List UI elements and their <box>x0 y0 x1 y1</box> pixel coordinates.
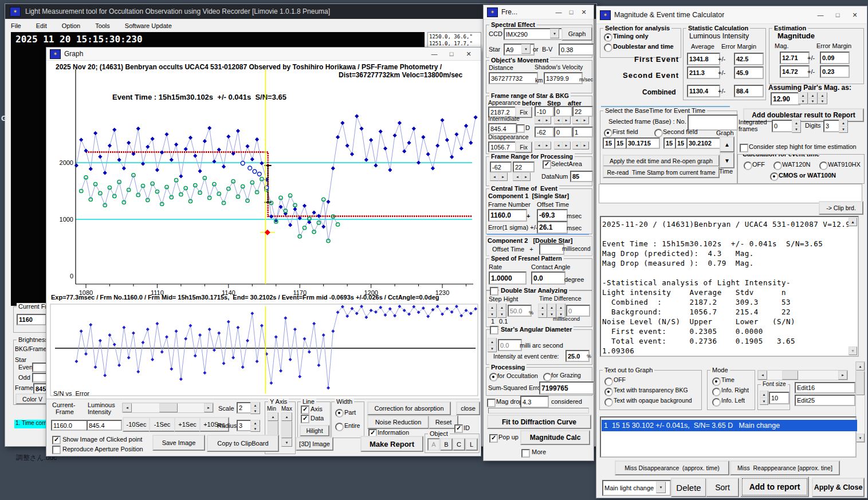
offset-time-field[interactable]: -69.3 <box>537 209 568 222</box>
range-to-field[interactable]: 22 <box>513 162 535 172</box>
color-value-button[interactable]: Color V <box>15 393 49 404</box>
off-radio[interactable] <box>744 162 752 170</box>
timing-only-radio[interactable] <box>604 33 612 42</box>
ymax-track[interactable] <box>281 421 292 438</box>
miss-reappearance-button[interactable]: Miss Reapppearance [approx. tine] <box>730 460 840 475</box>
ymax-down-icon[interactable]: ▼ <box>281 438 292 447</box>
save-image-button[interactable]: Save Image <box>152 435 205 451</box>
range-from-field[interactable]: -62 <box>490 162 512 172</box>
graph-close-icon[interactable]: ✕ <box>460 49 477 60</box>
part-radio[interactable] <box>335 409 344 418</box>
time-up-button[interactable]: ▲ <box>720 136 735 152</box>
textout-trans-radio[interactable] <box>604 388 613 396</box>
scrollbar-thumb[interactable] <box>159 403 178 412</box>
td-down1-icon[interactable]: ▼ <box>538 310 547 318</box>
plus-1sec-button[interactable]: +1Sec <box>174 417 201 432</box>
fresnel-maximize-icon[interactable]: □ <box>565 7 578 18</box>
spectral-graph-button[interactable]: Graph <box>561 27 592 41</box>
second-field-radio[interactable] <box>654 129 663 137</box>
frame-scrollbar[interactable]: ◄ ► <box>122 403 214 413</box>
delete-button[interactable]: Delete <box>671 478 706 497</box>
t2-sec-field[interactable]: 30.2102 <box>686 137 721 149</box>
grazing-radio[interactable] <box>543 373 552 381</box>
text-h-scrollbar[interactable]: ◄ ► <box>757 370 848 380</box>
wat910-radio[interactable] <box>819 162 828 170</box>
calc-maximize-icon[interactable]: □ <box>829 10 846 21</box>
menu-file[interactable]: File <box>11 22 21 29</box>
event-list-box[interactable]: 1 15 15 30.102 +/- 0.041s, S/N= 3.65 D M… <box>600 416 857 458</box>
ymin-up-icon[interactable]: ▲ <box>268 412 278 421</box>
menu-option[interactable]: Option <box>62 22 80 29</box>
ccd-dropdown-icon[interactable]: ▼ <box>550 29 559 38</box>
assume-down1-icon[interactable]: ▼ <box>798 98 808 104</box>
vscroll-thumb[interactable] <box>856 371 865 395</box>
copy-clipboard-button[interactable]: Copy to ClipBoard <box>207 435 279 452</box>
distance-field[interactable]: 367277732 <box>489 72 538 84</box>
disappearance-field[interactable]: 1056.7 <box>488 141 518 152</box>
first-field-radio[interactable] <box>604 129 612 137</box>
report-scroll-down-icon[interactable]: ▼ <box>849 347 857 355</box>
font-down-icon[interactable]: ▼ <box>760 397 768 405</box>
assume-down2-icon[interactable]: ▼ <box>808 98 818 104</box>
scroll-left-icon[interactable]: ◄ <box>123 403 132 412</box>
fresnel-minimize-icon[interactable]: — <box>552 7 565 18</box>
contact-angle-field[interactable]: 0.0 <box>531 271 565 285</box>
from-right-icon[interactable]: ► <box>498 172 508 181</box>
cmos-radio[interactable] <box>770 172 779 181</box>
ymax-up-icon[interactable]: ▲ <box>281 412 292 421</box>
step1-right-icon[interactable]: ► <box>562 116 571 124</box>
minus-1sec-button[interactable]: -1Sec <box>149 417 175 432</box>
doublestar-radio[interactable] <box>604 44 612 52</box>
angular-field[interactable]: 0.0 <box>498 339 522 351</box>
vscroll-up-icon[interactable]: ▲ <box>856 362 865 371</box>
rate-field[interactable]: 1.0000 <box>489 271 527 285</box>
occultation-radio[interactable] <box>489 373 498 381</box>
to-left-icon[interactable]: ◄ <box>513 172 522 181</box>
mode-time-radio[interactable] <box>712 377 721 386</box>
fit-diffraction-button[interactable]: Fit to Diffraction Curve <box>487 415 591 429</box>
scroll-right-icon[interactable]: ► <box>204 403 213 412</box>
sse-field[interactable]: 7199765 <box>539 381 594 395</box>
double-star-checkbox[interactable] <box>490 287 498 296</box>
mag-drop-field[interactable]: 4.3 <box>520 396 549 408</box>
before2-left-icon[interactable]: ◄ <box>535 141 543 149</box>
after1-field[interactable]: 22 <box>572 106 593 117</box>
event-list-item-selected[interactable]: 1 15 15 30.102 +/- 0.041s, S/N= 3.65 D M… <box>602 420 857 431</box>
select-area-checkbox[interactable] <box>543 160 551 169</box>
step2-left-icon[interactable]: ◄ <box>554 141 563 149</box>
entire-radio[interactable] <box>335 423 344 431</box>
before2-field[interactable]: -62 <box>535 127 554 137</box>
popup-checkbox[interactable] <box>489 434 498 443</box>
reread-timestamp-button[interactable]: Re-read Time Stamp from current frame <box>603 166 720 178</box>
id-checkbox[interactable] <box>454 424 463 433</box>
sort-button[interactable]: Sort <box>706 478 739 497</box>
correction-absorption-button[interactable]: Correction for absorption <box>367 401 451 415</box>
close-button[interactable]: close <box>456 401 480 415</box>
mode-left-radio[interactable] <box>712 398 721 407</box>
make-report-button[interactable]: Make Report <box>360 436 423 452</box>
digits-down-icon[interactable]: ▼ <box>839 126 848 133</box>
mag-drop-checkbox[interactable] <box>487 399 496 407</box>
central-frame-field[interactable]: 1160.0 <box>488 209 527 222</box>
hscroll-thumb[interactable] <box>782 371 798 380</box>
step2-field[interactable]: 0 <box>554 127 572 137</box>
header-text-box[interactable] <box>599 184 862 203</box>
luminous-intensity-field[interactable]: 845.4 <box>87 420 122 431</box>
intermediate-d-checkbox[interactable] <box>516 124 525 133</box>
from-left-icon[interactable]: ◄ <box>490 172 499 181</box>
reproduce-checkbox[interactable] <box>52 446 61 454</box>
step-down2-icon[interactable]: ▼ <box>497 310 506 318</box>
time-difference-field[interactable]: 0 <box>566 305 590 317</box>
menu-software-update[interactable]: Software Update <box>125 22 172 29</box>
menu-edit[interactable]: Edit <box>36 22 47 29</box>
font-size-field[interactable]: 10 <box>769 392 790 404</box>
integ-down-icon[interactable]: ▼ <box>792 126 801 133</box>
object-a-button[interactable]: A <box>427 438 440 451</box>
fresnel-close-icon[interactable]: ✕ <box>578 7 590 18</box>
before1-left-icon[interactable]: ◄ <box>535 116 543 124</box>
show-image-checkbox[interactable] <box>52 436 61 444</box>
time-down-button[interactable]: ▼ <box>720 152 735 168</box>
more-checkbox[interactable] <box>521 449 530 458</box>
add-to-report-button[interactable]: Add to report <box>740 477 809 497</box>
miss-disappearance-button[interactable]: Miss Disappearance (approx. time) <box>615 460 729 475</box>
